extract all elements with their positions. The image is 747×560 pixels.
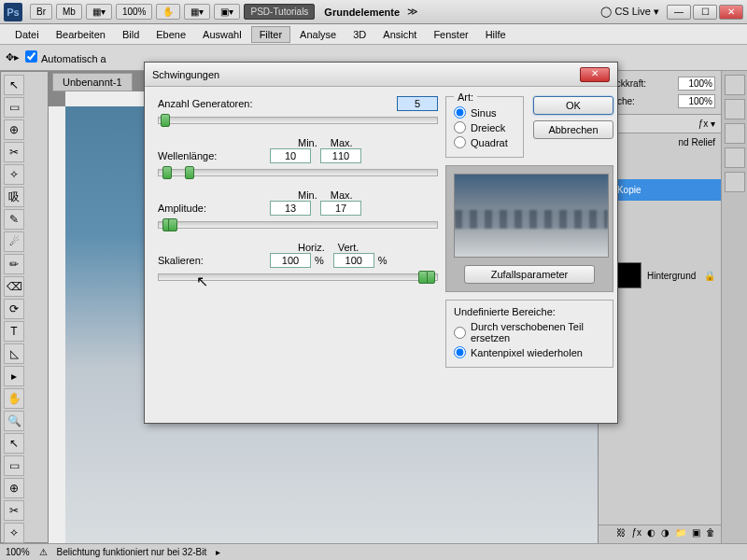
auto-select-checkbox[interactable]: Automatisch a <box>25 50 106 64</box>
generators-input[interactable] <box>397 96 438 111</box>
chevron-right-icon[interactable]: ≫ <box>407 6 418 18</box>
undef-wrap-radio[interactable]: Durch verschobenen Teil ersetzen <box>454 321 605 343</box>
psd-tutorials-badge[interactable]: PSD-Tutorials <box>244 4 315 20</box>
cancel-button[interactable]: Abbrechen <box>533 120 613 139</box>
menu-filter[interactable]: Filter <box>251 26 290 43</box>
type-dreieck-radio[interactable]: Dreieck <box>454 121 515 133</box>
wave-dialog: Schwingungen ✕ Anzahl Generatoren: Min.M… <box>144 62 618 424</box>
type-quadrat-radio[interactable]: Quadrat <box>454 136 515 148</box>
scale-label: Skalieren: <box>158 255 270 266</box>
minibridge-button[interactable]: Mb <box>56 4 82 20</box>
tool-8[interactable]: ✏ <box>4 254 24 274</box>
scale-vert-input[interactable] <box>333 253 374 268</box>
tool-10[interactable]: ⟳ <box>4 299 24 319</box>
status-zoom[interactable]: 100% <box>6 547 30 557</box>
tool-14[interactable]: ✋ <box>4 388 24 409</box>
layers-footer: ⛓ ƒx ◐ ◑ 📁 ▣ 🗑 <box>599 525 721 543</box>
menu-fenster[interactable]: Fenster <box>426 27 475 42</box>
tool-6[interactable]: ✎ <box>4 209 24 230</box>
bridge-button[interactable]: Br <box>30 4 52 20</box>
ok-button[interactable]: OK <box>533 96 613 115</box>
scale-slider[interactable] <box>158 273 438 281</box>
tool-16[interactable]: ↖ <box>4 433 24 454</box>
adjustments-panel-icon[interactable] <box>725 123 745 144</box>
view-extras-button[interactable]: ▦▾ <box>86 4 112 20</box>
cs-live-button[interactable]: ◯ CS Live ▾ <box>600 6 659 18</box>
menu-bearbeiten[interactable]: Bearbeiten <box>49 27 113 42</box>
menu-ebene[interactable]: Ebene <box>148 27 193 42</box>
tool-19[interactable]: ✂ <box>4 500 24 521</box>
menu-hilfe[interactable]: Hilfe <box>478 27 514 42</box>
tool-11[interactable]: T <box>4 321 24 342</box>
tool-0[interactable]: ↖ <box>4 75 24 95</box>
dialog-close-button[interactable]: ✕ <box>580 67 610 82</box>
zoom-level[interactable]: 100% <box>116 4 153 20</box>
amplitude-min-input[interactable] <box>270 201 311 216</box>
wavelength-slider[interactable] <box>158 169 438 176</box>
styles-panel-icon[interactable] <box>725 147 745 168</box>
tool-20[interactable]: ✧ <box>4 523 24 543</box>
opacity-input[interactable] <box>678 77 715 91</box>
amplitude-max-input[interactable] <box>320 201 361 216</box>
tool-3[interactable]: ✂ <box>4 142 24 162</box>
tool-17[interactable]: ▭ <box>4 455 24 476</box>
menu-analyse[interactable]: Analyse <box>292 27 344 42</box>
fx-add-icon[interactable]: ƒx <box>631 527 641 541</box>
photoshop-logo-icon: Ps <box>4 3 22 21</box>
tool-18[interactable]: ⊕ <box>4 478 24 498</box>
dialog-title: Schwingungen <box>152 69 219 80</box>
screen-mode-button[interactable]: ▣▾ <box>214 4 240 20</box>
tool-5[interactable]: 吸 <box>4 187 24 207</box>
menu-3d[interactable]: 3D <box>345 27 374 42</box>
document-tab[interactable]: Unbenannt-1 <box>52 73 133 91</box>
hand-tool-button[interactable]: ✋ <box>156 4 180 20</box>
fx-icon[interactable]: ƒx ▾ <box>604 119 715 129</box>
wavelength-max-input[interactable] <box>320 148 361 163</box>
lock-icon: 🔒 <box>704 271 715 281</box>
tool-4[interactable]: ✧ <box>4 164 24 185</box>
arrange-button[interactable]: ▦▾ <box>184 4 210 20</box>
type-legend: Art: <box>454 91 477 103</box>
scale-horiz-input[interactable] <box>270 253 311 268</box>
color-panel-icon[interactable] <box>725 99 745 119</box>
tool-7[interactable]: ☄ <box>4 231 24 252</box>
close-button[interactable]: ✕ <box>719 5 743 20</box>
swatches-panel-icon[interactable] <box>725 75 745 95</box>
tool-13[interactable]: ▸ <box>4 366 24 386</box>
menu-datei[interactable]: Datei <box>7 27 47 42</box>
move-tool-icon: ✥▸ <box>6 51 20 63</box>
maximize-button[interactable]: ☐ <box>693 5 717 20</box>
adjust-icon[interactable]: ◑ <box>661 527 669 541</box>
ruler-vertical <box>49 106 65 543</box>
amplitude-slider[interactable] <box>158 221 438 229</box>
toolbox: ↖▭⊕✂✧吸✎☄✏⌫⟳T◺▸✋🔍↖▭⊕✂✧吸✎☄ <box>0 71 49 543</box>
minimize-button[interactable]: — <box>667 5 691 20</box>
dialog-titlebar[interactable]: Schwingungen ✕ <box>145 63 617 87</box>
menu-auswahl[interactable]: Auswahl <box>195 27 249 42</box>
folder-icon[interactable]: 📁 <box>675 527 686 541</box>
tool-2[interactable]: ⊕ <box>4 119 24 140</box>
tool-9[interactable]: ⌫ <box>4 276 24 297</box>
fill-input[interactable] <box>678 94 715 108</box>
randomize-button[interactable]: Zufallsparameter <box>464 265 595 284</box>
panel-dock <box>721 71 747 543</box>
generators-slider[interactable] <box>158 117 438 124</box>
new-layer-icon[interactable]: ▣ <box>692 527 700 541</box>
menu-ansicht[interactable]: Ansicht <box>375 27 424 42</box>
menu-bild[interactable]: Bild <box>115 27 147 42</box>
menubar: DateiBearbeitenBildEbeneAuswahlFilterAna… <box>0 24 747 45</box>
mask-icon[interactable]: ◐ <box>647 527 655 541</box>
tool-1[interactable]: ▭ <box>4 97 24 118</box>
tool-12[interactable]: ◺ <box>4 343 24 364</box>
undef-repeat-radio[interactable]: Kantenpixel wiederholen <box>454 346 605 358</box>
trash-icon[interactable]: 🗑 <box>706 527 715 541</box>
wavelength-min-input[interactable] <box>270 148 311 163</box>
status-alert-icon: ⚠ <box>39 547 48 557</box>
link-icon[interactable]: ⛓ <box>616 527 626 541</box>
status-message: Belichtung funktioniert nur bei 32-Bit <box>57 547 207 557</box>
history-panel-icon[interactable] <box>725 172 745 192</box>
undefined-legend: Undefinierte Bereiche: <box>454 306 605 317</box>
type-sinus-radio[interactable]: Sinus <box>454 106 515 119</box>
tool-15[interactable]: 🔍 <box>4 411 24 431</box>
amplitude-label: Amplitude: <box>158 203 270 214</box>
